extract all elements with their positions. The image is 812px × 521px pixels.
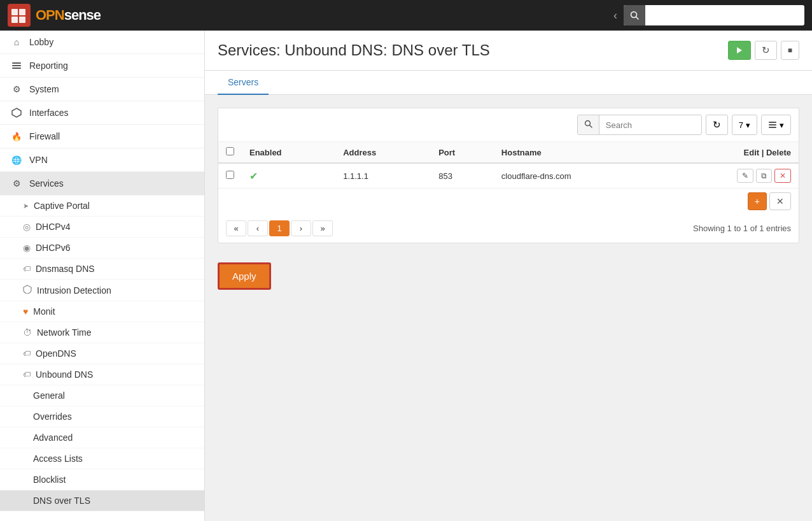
chevron-down-icon: ▾ <box>746 120 750 130</box>
sidebar-item-access-lists[interactable]: Access Lists <box>0 448 204 469</box>
tab-bar: Servers <box>205 71 812 95</box>
enabled-column-header: Enabled <box>242 142 335 163</box>
copy-row-button[interactable]: ⧉ <box>756 169 772 183</box>
stop-icon: ■ <box>788 46 792 55</box>
enabled-check-icon: ✔ <box>249 171 258 182</box>
unbound-icon: 🏷 <box>23 370 31 379</box>
next-page-button[interactable]: › <box>291 220 311 236</box>
svg-marker-10 <box>737 47 742 54</box>
sidebar-subitem-label: Network Time <box>37 327 92 338</box>
row-checkbox[interactable] <box>226 171 234 179</box>
search-box <box>577 115 702 135</box>
current-page-button[interactable]: 1 <box>269 220 290 236</box>
table-search-input[interactable] <box>599 120 701 130</box>
sidebar-item-intrusion[interactable]: Intrusion Detection <box>0 280 204 301</box>
per-page-button[interactable]: 7 ▾ <box>732 115 757 135</box>
row-actions: ✎ ⧉ ✕ <box>669 169 791 183</box>
header-actions: ↻ ■ <box>728 41 799 60</box>
sidebar: Lobby Reporting ⚙ System Interfaces 🔥 Fi… <box>0 31 205 521</box>
sidebar-item-lobby[interactable]: Lobby <box>0 31 204 54</box>
start-button[interactable] <box>728 41 751 60</box>
table-refresh-button[interactable]: ↻ <box>706 115 728 135</box>
overrides-label: Overrides <box>33 411 72 422</box>
sidebar-item-general[interactable]: General <box>0 385 204 406</box>
prev-page-button[interactable]: ‹ <box>248 220 268 236</box>
captive-portal-icon: ➤ <box>23 202 29 210</box>
svg-rect-6 <box>12 62 21 64</box>
opendns-icon: 🏷 <box>23 349 31 358</box>
sidebar-item-unbound-dns[interactable]: 🏷 Unbound DNS <box>0 364 204 385</box>
svg-line-12 <box>589 125 592 128</box>
svg-rect-2 <box>11 17 18 23</box>
columns-button[interactable]: ▾ <box>761 115 791 135</box>
content-area: Services: Unbound DNS: DNS over TLS ↻ ■ … <box>205 31 812 521</box>
sidebar-subitem-label: OpenDNS <box>36 348 76 359</box>
monit-icon: ♥ <box>23 306 28 317</box>
per-page-label: 7 <box>739 120 743 130</box>
sidebar-item-blocklist[interactable]: Blocklist <box>0 469 204 490</box>
add-row-button[interactable]: + <box>748 192 767 210</box>
svg-rect-8 <box>12 68 21 69</box>
apply-button[interactable]: Apply <box>218 262 271 290</box>
firewall-icon: 🔥 <box>10 132 23 141</box>
sidebar-item-opendns[interactable]: 🏷 OpenDNS <box>0 343 204 364</box>
table-footer: « ‹ 1 › » Showing 1 to 1 of 1 entries <box>218 214 799 243</box>
sidebar-item-dhcpv6[interactable]: ◉ DHCPv6 <box>0 238 204 259</box>
svg-rect-14 <box>769 124 776 125</box>
select-all-checkbox[interactable] <box>226 147 234 155</box>
svg-rect-3 <box>19 17 25 23</box>
sidebar-item-dnsmasq[interactable]: 🏷 Dnsmasq DNS <box>0 259 204 280</box>
edit-row-button[interactable]: ✎ <box>737 169 753 183</box>
sidebar-item-label: Reporting <box>29 61 194 71</box>
svg-line-5 <box>636 17 639 20</box>
svg-rect-7 <box>12 65 21 66</box>
tab-servers[interactable]: Servers <box>218 71 269 95</box>
sidebar-item-dns-over-tls[interactable]: DNS over TLS <box>0 490 204 511</box>
navbar-search-input[interactable] <box>645 10 804 20</box>
sidebar-item-firewall[interactable]: 🔥 Firewall <box>0 125 204 148</box>
page-title: Services: Unbound DNS: DNS over TLS <box>218 41 490 59</box>
sidebar-item-reporting[interactable]: Reporting <box>0 54 204 78</box>
sidebar-subitem-label: Captive Portal <box>34 201 90 211</box>
interfaces-icon <box>10 108 23 118</box>
sidebar-item-dhcpv4[interactable]: ◎ DHCPv4 <box>0 217 204 238</box>
search-box-button[interactable] <box>578 115 599 134</box>
last-page-button[interactable]: » <box>312 220 333 236</box>
sidebar-item-network-time[interactable]: ⏱ Network Time <box>0 322 204 343</box>
sidebar-item-interfaces[interactable]: Interfaces <box>0 101 204 125</box>
svg-rect-13 <box>769 122 776 123</box>
stop-button[interactable]: ■ <box>781 41 799 60</box>
sidebar-item-monit[interactable]: ♥ Monit <box>0 301 204 322</box>
showing-text: Showing 1 to 1 of 1 entries <box>693 224 791 233</box>
blocklist-label: Blocklist <box>33 475 66 485</box>
sidebar-item-system[interactable]: ⚙ System <box>0 78 204 101</box>
delete-all-button[interactable]: ✕ <box>769 192 791 210</box>
navbar-search-button[interactable] <box>624 5 645 25</box>
first-page-button[interactable]: « <box>226 220 246 236</box>
hostname-column-header: Hostname <box>494 142 662 163</box>
restart-button[interactable]: ↻ <box>755 41 777 60</box>
sidebar-item-vpn[interactable]: 🌐 VPN <box>0 148 204 172</box>
row-port-cell: 853 <box>431 163 494 189</box>
sidebar-toggle-button[interactable]: ‹ <box>607 5 624 26</box>
sidebar-item-label: Firewall <box>29 131 194 141</box>
delete-row-button[interactable]: ✕ <box>774 169 791 183</box>
select-all-header <box>218 142 242 163</box>
network-time-icon: ⏱ <box>23 327 32 338</box>
cols-chevron-icon: ▾ <box>780 120 784 130</box>
sidebar-item-captive-portal[interactable]: ➤ Captive Portal <box>0 196 204 217</box>
lobby-icon <box>10 37 23 47</box>
dhcpv6-icon: ◉ <box>23 243 31 253</box>
sidebar-item-overrides[interactable]: Overrides <box>0 406 204 427</box>
sidebar-item-label: System <box>29 84 194 94</box>
row-enabled-cell: ✔ <box>242 163 335 189</box>
dns-over-tls-label: DNS over TLS <box>33 496 90 506</box>
table-card: ↻ 7 ▾ ▾ Enabled <box>218 108 799 243</box>
sidebar-subitem-label: DHCPv4 <box>36 222 70 232</box>
sidebar-item-advanced[interactable]: Advanced <box>0 427 204 448</box>
row-checkbox-cell <box>218 163 242 189</box>
table-row: ✔ 1.1.1.1 853 cloudflare-dns.com ✎ ⧉ ✕ <box>218 163 799 189</box>
sidebar-item-services[interactable]: ⚙ Services <box>0 172 204 196</box>
pagination: « ‹ 1 › » <box>226 220 333 236</box>
reporting-icon <box>10 61 23 71</box>
